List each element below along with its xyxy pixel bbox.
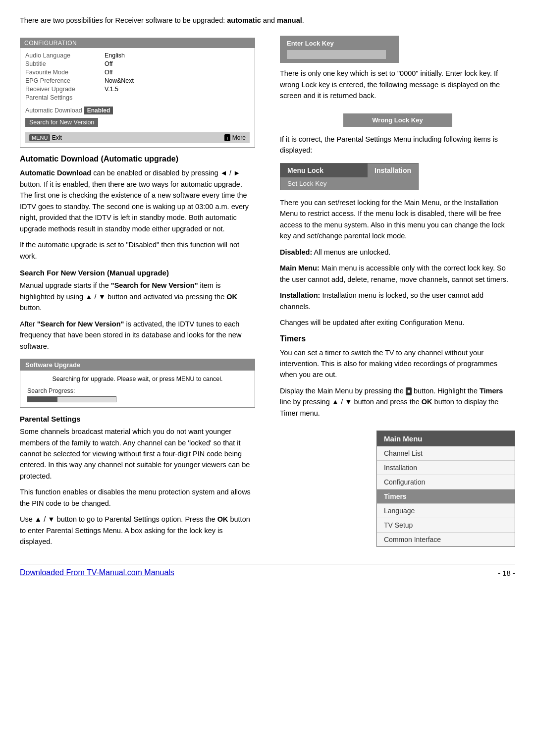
auto-download-label: Automatic Download [25,107,82,114]
parental-settings-para3: Use ▲ / ▼ button to go to Parental Setti… [20,514,255,547]
lock-key-para1: There is only one key which is set to "0… [280,68,515,101]
installation-label: Installation [368,163,418,177]
auto-download-para1: Automatic Download can be enabled or dis… [20,167,255,234]
download-link[interactable]: Downloaded From TV-Manual.com Manuals [20,568,174,577]
search-new-version-label: Search for New Version [25,118,98,127]
intro-paragraph: There are two possibilities for Receiver… [20,15,515,26]
search-new-version-para1: Manual upgrade starts if the "Search for… [20,280,255,313]
search-new-version-item: Search for New Version [25,116,250,127]
menu-lock-para3: There you can set/reset locking for the … [280,197,515,242]
config-body: Audio Language English Subtitle Off Favo… [20,48,255,147]
lock-key-para2: If it is correct, the Parental Settings … [280,134,515,156]
timers-para1: You can set a timer to switch the TV to … [280,347,515,380]
search-new-version-heading: Search For New Version (Manual upgrade) [20,269,255,277]
config-value-subtitle: Off [105,60,112,67]
main-menu-item-channel-list[interactable]: Channel List [377,446,515,461]
menu-lock-box: Menu Lock Installation Set Lock Key [280,163,419,190]
upgrade-box-header: Software Upgrade [20,359,255,371]
set-lock-key-row: Set Lock Key [280,177,418,190]
config-footer-more: i More [224,134,246,141]
page-footer: Downloaded From TV-Manual.com Manuals - … [20,564,515,577]
config-label-parental: Parental Settings [25,94,95,101]
config-row-subtitle: Subtitle Off [25,60,250,67]
config-label-epg: EPG Preference [25,77,95,84]
changes-text: Changes will be updated after exiting Co… [280,317,515,328]
main-menu-box: Main Menu Channel List Installation Conf… [376,431,515,547]
info-btn-icon[interactable]: i [224,134,230,141]
config-value-favourite: Off [105,69,112,76]
enter-lock-key-box: Enter Lock Key [280,36,399,63]
config-value-audio: English [105,52,125,59]
main-menu-item-installation[interactable]: Installation [377,461,515,475]
main-menu-box-container: Main Menu Channel List Installation Conf… [280,424,515,554]
search-new-version-para2: After "Search for New Version" is activa… [20,319,255,352]
auto-download-row: Automatic Download Enabled [25,107,250,114]
progress-bar-outer [27,396,116,402]
parental-settings-para2: This function enables or disables the me… [20,486,255,509]
main-menu-item-language[interactable]: Language [377,504,515,518]
main-menu-item-configuration[interactable]: Configuration [377,475,515,489]
page-number: - 18 - [498,569,515,577]
config-footer: MENU Exit i More [25,132,250,143]
display-button-icon: ■ [406,387,412,395]
search-progress-label: Search Progress: [27,387,248,394]
configuration-box: CONFIGURATION Audio Language English Sub… [20,38,255,148]
config-value-receiver: V.1.5 [105,86,118,93]
main-menu-item-tv-setup[interactable]: TV Setup [377,518,515,533]
progress-bar-inner [28,397,57,402]
page-wrapper: There are two possibilities for Receiver… [20,15,515,577]
more-label: More [232,134,246,141]
timers-para2: Display the Main Menu by pressing the ■ … [280,385,515,419]
exit-label: Exit [52,134,62,141]
two-column-layout: CONFIGURATION Audio Language English Sub… [20,31,515,554]
main-menu-item-timers[interactable]: Timers [377,489,515,504]
config-label-subtitle: Subtitle [25,60,95,67]
wrong-lock-key-container: Wrong Lock Key [280,107,515,134]
config-row-epg: EPG Preference Now&Next [25,77,250,84]
lock-key-input-line [287,50,386,59]
timers-heading: Timers [280,334,515,343]
parental-settings-para1: Some channels broadcast material which y… [20,426,255,482]
config-row-receiver: Receiver Upgrade V.1.5 [25,86,250,93]
installation-text: Installation: Installation menu is locke… [280,290,515,312]
config-footer-exit: MENU Exit [29,134,62,141]
searching-text: Searching for upgrade. Please wait, or p… [27,376,248,382]
menu-btn-icon[interactable]: MENU [29,134,50,141]
main-menu-header: Main Menu [377,431,515,446]
right-column: Enter Lock Key There is only one key whi… [275,31,515,554]
config-label-receiver: Receiver Upgrade [25,86,95,93]
enabled-badge: Enabled [84,107,113,114]
parental-settings-heading: Parental Settings [20,415,255,423]
config-label-favourite: Favourite Mode [25,69,95,76]
auto-download-heading: Automatic Download (Automatic upgrade) [20,155,255,163]
config-row-audio: Audio Language English [25,52,250,59]
software-upgrade-box: Software Upgrade Searching for upgrade. … [20,359,255,408]
main-menu-text: Main Menu: Main menu is accessible only … [280,263,515,285]
wrong-lock-key-box: Wrong Lock Key [343,113,452,127]
config-row-favourite: Favourite Mode Off [25,69,250,76]
auto-download-para2: If the automatic upgrade is set to "Disa… [20,239,255,262]
disabled-text: Disabled: All menus are unlocked. [280,247,515,258]
config-value-epg: Now&Next [105,77,134,84]
menu-lock-left: Menu Lock [280,163,368,177]
main-menu-item-common-interface[interactable]: Common Interface [377,533,515,546]
enter-lock-key-label: Enter Lock Key [287,40,334,47]
config-label-audio: Audio Language [25,52,95,59]
config-header: CONFIGURATION [20,38,255,48]
left-column: CONFIGURATION Audio Language English Sub… [20,31,260,554]
config-row-parental: Parental Settings [25,94,250,101]
menu-lock-header: Menu Lock Installation [280,163,418,177]
upgrade-box-body: Searching for upgrade. Please wait, or p… [20,371,255,407]
